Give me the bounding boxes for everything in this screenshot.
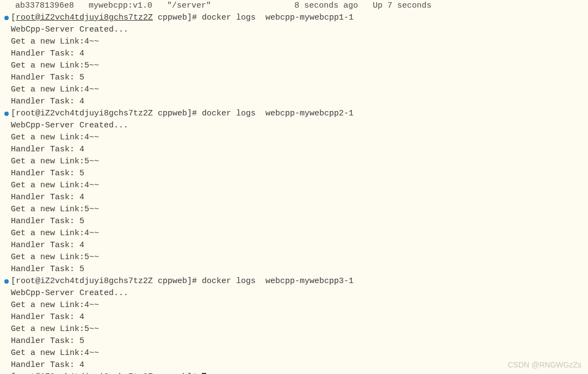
output-text: Get a new Link:4~~ bbox=[11, 347, 99, 359]
output-text: Get a new Link:4~~ bbox=[11, 84, 99, 96]
prompt-text: [root@iZ2vch4tdjuyi8gchs7tz2Z cppweb]# bbox=[11, 371, 202, 374]
output-text: Handler Task: 4 bbox=[11, 96, 84, 108]
prompt-line[interactable]: [root@iZ2vch4tdjuyi8gchs7tz2Z cppweb]# d… bbox=[4, 275, 588, 287]
output-text: Get a new Link:4~~ bbox=[11, 228, 99, 240]
status-col: Up 7 seconds bbox=[373, 0, 431, 12]
image-name: mywebcpp:v1.0 bbox=[89, 0, 152, 12]
output-text: Handler Task: 5 bbox=[11, 335, 84, 347]
command-text: docker logs webcpp-mywebcpp1-1 bbox=[202, 13, 354, 22]
watermark-text: CSDN @RNGWGzZs bbox=[507, 359, 581, 371]
output-text: WebCpp-Server Created... bbox=[11, 287, 128, 299]
output-text: WebCpp-Server Created... bbox=[11, 120, 128, 132]
prompt-text: [root@iZ2vch4tdjuyi8gchs7tz2Z cppweb]# d… bbox=[11, 12, 354, 24]
command-text: docker logs webcpp-mywebcpp2-1 bbox=[202, 109, 354, 118]
output-text: Get a new Link:5~~ bbox=[11, 252, 99, 263]
prompt-line-final[interactable]: [root@iZ2vch4tdjuyi8gchs7tz2Z cppweb]# bbox=[4, 371, 588, 374]
bullet-icon bbox=[4, 279, 9, 284]
prompt-line[interactable]: [root@iZ2vch4tdjuyi8gchs7tz2Z cppweb]# d… bbox=[4, 12, 588, 24]
output-line: Handler Task: 5 bbox=[4, 216, 588, 228]
output-line: Get a new Link:4~~ bbox=[4, 36, 588, 48]
terminal-output[interactable]: ab33781396e8 mywebcpp:v1.0 "/server" 8 s… bbox=[0, 0, 588, 374]
bullet-icon bbox=[4, 16, 9, 20]
output-line: Handler Task: 4 bbox=[4, 359, 588, 371]
output-line: Get a new Link:4~~ bbox=[4, 84, 588, 96]
output-line: Get a new Link:4~~ bbox=[4, 347, 588, 359]
output-text: WebCpp-Server Created... bbox=[11, 24, 128, 36]
output-line: WebCpp-Server Created... bbox=[4, 287, 588, 299]
prompt-text: [root@iZ2vch4tdjuyi8gchs7tz2Z cppweb]# d… bbox=[11, 275, 354, 287]
command-text: docker logs webcpp-mywebcpp3-1 bbox=[202, 277, 354, 286]
output-line: Handler Task: 5 bbox=[4, 335, 588, 347]
output-text: Get a new Link:5~~ bbox=[11, 323, 99, 335]
output-text: Get a new Link:5~~ bbox=[11, 60, 99, 72]
output-line: Get a new Link:4~~ bbox=[4, 180, 588, 192]
output-text: Handler Task: 5 bbox=[11, 263, 84, 275]
output-line: Get a new Link:5~~ bbox=[4, 252, 588, 263]
user-host: root@iZ2vch4tdjuyi8gchs7tz2Z bbox=[16, 277, 153, 286]
output-text: Handler Task: 4 bbox=[11, 192, 84, 204]
output-line: WebCpp-Server Created... bbox=[4, 120, 588, 132]
output-text: Get a new Link:5~~ bbox=[11, 156, 99, 168]
output-text: Handler Task: 4 bbox=[11, 240, 84, 252]
output-text: Handler Task: 4 bbox=[11, 359, 84, 371]
output-line: Handler Task: 4 bbox=[4, 144, 588, 156]
output-text: Get a new Link:4~~ bbox=[11, 180, 99, 192]
bullet-icon bbox=[4, 112, 9, 116]
output-text: Handler Task: 4 bbox=[11, 311, 84, 323]
output-line: WebCpp-Server Created... bbox=[4, 24, 588, 36]
docker-ps-row: ab33781396e8 mywebcpp:v1.0 "/server" 8 s… bbox=[4, 0, 588, 12]
command-col: "/server" bbox=[167, 0, 211, 12]
output-text: Handler Task: 5 bbox=[11, 216, 84, 228]
output-line: Handler Task: 4 bbox=[4, 96, 588, 108]
output-line: Handler Task: 5 bbox=[4, 72, 588, 84]
output-text: Handler Task: 4 bbox=[11, 48, 84, 60]
output-text: Get a new Link:4~~ bbox=[11, 36, 99, 48]
output-line: Handler Task: 4 bbox=[4, 311, 588, 323]
output-text: Get a new Link:4~~ bbox=[11, 132, 99, 144]
output-line: Handler Task: 5 bbox=[4, 168, 588, 180]
output-line: Handler Task: 4 bbox=[4, 192, 588, 204]
output-line: Get a new Link:5~~ bbox=[4, 323, 588, 335]
output-text: Get a new Link:4~~ bbox=[11, 299, 99, 311]
output-line: Handler Task: 5 bbox=[4, 263, 588, 275]
output-line: Get a new Link:5~~ bbox=[4, 60, 588, 72]
prompt-line[interactable]: [root@iZ2vch4tdjuyi8gchs7tz2Z cppweb]# d… bbox=[4, 108, 588, 120]
output-line: Handler Task: 4 bbox=[4, 48, 588, 60]
user-host: root@iZ2vch4tdjuyi8gchs7tz2Z bbox=[16, 109, 153, 118]
output-line: Get a new Link:5~~ bbox=[4, 156, 588, 168]
output-line: Handler Task: 4 bbox=[4, 240, 588, 252]
user-host: root@iZ2vch4tdjuyi8gchs7tz2Z bbox=[16, 13, 153, 22]
prompt-text: [root@iZ2vch4tdjuyi8gchs7tz2Z cppweb]# d… bbox=[11, 108, 354, 120]
output-text: Handler Task: 5 bbox=[11, 168, 84, 180]
output-text: Handler Task: 5 bbox=[11, 72, 84, 84]
output-text: Handler Task: 4 bbox=[11, 144, 84, 156]
output-line: Get a new Link:4~~ bbox=[4, 132, 588, 144]
output-text: Get a new Link:5~~ bbox=[11, 204, 99, 216]
container-id: ab33781396e8 bbox=[15, 0, 74, 12]
output-line: Get a new Link:4~~ bbox=[4, 228, 588, 240]
output-line: Get a new Link:5~~ bbox=[4, 204, 588, 216]
output-line: Get a new Link:4~~ bbox=[4, 299, 588, 311]
created-col: 8 seconds ago bbox=[294, 0, 358, 12]
